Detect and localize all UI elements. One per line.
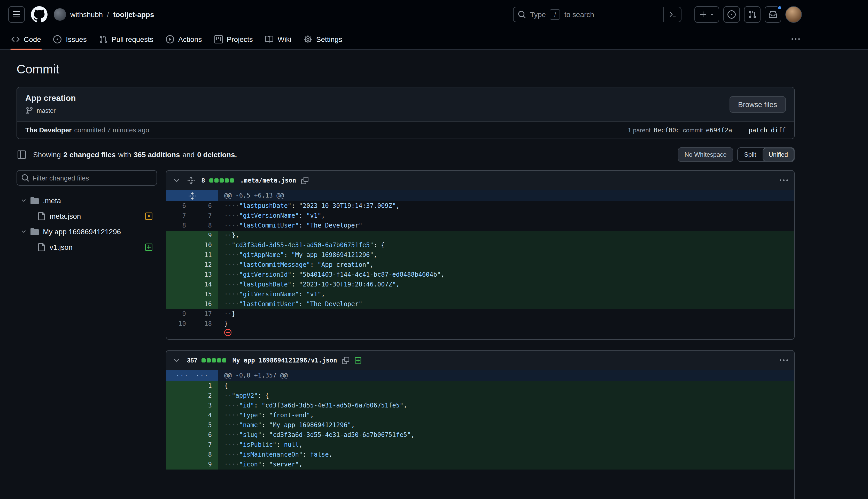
browse-files-button[interactable]: Browse files (729, 96, 786, 112)
old-line-number[interactable]: 7 (166, 211, 192, 221)
unified-view-button[interactable]: Unified (762, 148, 794, 161)
split-view-button[interactable]: Split (738, 148, 763, 161)
old-line-number[interactable] (166, 411, 192, 421)
copy-path-button[interactable] (300, 175, 310, 185)
tree-folder-meta[interactable]: .meta (16, 193, 157, 208)
old-line-number[interactable] (166, 430, 192, 440)
issues-icon (53, 35, 62, 43)
new-line-number[interactable]: 1 (192, 381, 218, 391)
collapse-file-button[interactable] (172, 355, 182, 365)
unfold-icon[interactable] (186, 175, 196, 185)
branch-name[interactable]: master (37, 107, 55, 114)
old-line-number[interactable] (166, 270, 192, 280)
parent-sha-link[interactable]: 0ecf00c (654, 126, 680, 134)
commit-author[interactable]: The Developer (25, 126, 72, 134)
code-line: ····"gitVersionId": "5b401403-f144-4c41-… (218, 270, 794, 280)
old-line-number[interactable] (166, 231, 192, 241)
tab-actions[interactable]: Actions (161, 29, 207, 49)
old-line-number[interactable] (166, 250, 192, 260)
breadcrumb-owner[interactable]: withshubh (70, 10, 103, 19)
old-line-number[interactable]: 9 (166, 309, 192, 319)
new-line-number[interactable]: 2 (192, 391, 218, 401)
tree-file-v1-json[interactable]: v1.json (16, 240, 157, 255)
patch-link[interactable]: patch (749, 126, 767, 134)
old-line-number[interactable] (166, 260, 192, 270)
code-icon (11, 35, 20, 43)
old-line-number[interactable] (166, 401, 192, 411)
new-line-number[interactable]: 7 (192, 440, 218, 450)
owner-avatar[interactable] (54, 8, 66, 21)
hunk-header-text: @@ -6,5 +6,13 @@ (218, 190, 794, 201)
old-line-number[interactable]: 10 (166, 319, 192, 329)
old-line-number[interactable]: 8 (166, 221, 192, 231)
old-line-number[interactable] (166, 290, 192, 300)
new-line-number[interactable]: 5 (192, 421, 218, 430)
new-line-number[interactable]: 13 (192, 270, 218, 280)
diff-line: 12····"lastCommitMessage": "App creation… (166, 260, 794, 270)
tab-pull-requests[interactable]: Pull requests (94, 29, 159, 49)
collapse-file-button[interactable] (172, 175, 182, 185)
diffstat-block (207, 358, 211, 362)
new-line-number[interactable]: 12 (192, 260, 218, 270)
new-line-number[interactable]: 6 (192, 201, 218, 211)
breadcrumb-repo[interactable]: tooljet-apps (113, 10, 154, 19)
tab-issues[interactable]: Issues (48, 29, 92, 49)
diff-link[interactable]: diff (771, 126, 786, 134)
new-line-number[interactable]: 10 (192, 241, 218, 250)
create-new-button[interactable] (694, 6, 719, 23)
tab-settings[interactable]: Settings (299, 29, 348, 49)
expand-hunk-button[interactable] (166, 190, 218, 201)
new-line-number[interactable]: 16 (192, 300, 218, 309)
issues-button[interactable] (723, 6, 740, 23)
new-line-number[interactable]: 6 (192, 430, 218, 440)
diff-line: 2··"appV2": { (166, 391, 794, 401)
hunk-gutter[interactable]: ······ (166, 370, 218, 381)
new-line-number[interactable]: 8 (192, 221, 218, 231)
new-line-number[interactable]: 8 (192, 450, 218, 460)
file-options-button[interactable] (779, 175, 789, 185)
github-logo[interactable] (31, 6, 48, 23)
old-line-number[interactable] (166, 381, 192, 391)
new-line-number[interactable]: 7 (192, 211, 218, 221)
new-line-number[interactable]: 3 (192, 401, 218, 411)
global-search-input[interactable]: Type / to search (513, 7, 681, 22)
old-line-number[interactable] (166, 421, 192, 430)
old-line-number[interactable] (166, 440, 192, 450)
old-line-number[interactable] (166, 280, 192, 290)
file-options-button[interactable] (779, 355, 789, 365)
new-line-number[interactable]: 9 (192, 231, 218, 241)
new-line-number[interactable]: 4 (192, 411, 218, 421)
old-line-number[interactable]: 6 (166, 201, 192, 211)
pull-requests-button[interactable] (744, 6, 760, 23)
file-tree-toggle-button[interactable] (16, 149, 27, 160)
filter-changed-files-input[interactable] (16, 170, 157, 186)
tree-file-meta-json[interactable]: meta.json (16, 208, 157, 224)
old-line-number[interactable] (166, 450, 192, 460)
old-line-number[interactable] (166, 300, 192, 309)
notifications-button[interactable] (765, 6, 781, 23)
new-line-number[interactable]: 18 (192, 319, 218, 329)
file-name: meta.json (50, 212, 81, 220)
diffstat-block (230, 178, 234, 182)
new-line-number[interactable]: 14 (192, 280, 218, 290)
new-line-number[interactable]: 17 (192, 309, 218, 319)
tree-folder-my-app[interactable]: My app 1698694121296 (16, 224, 157, 240)
diff-line: 3····"id": "cd3f3a6d-3d55-4e31-ad50-6a7b… (166, 401, 794, 411)
tab-code[interactable]: Code (6, 29, 46, 49)
no-whitespace-button[interactable]: No Whitespace (678, 147, 733, 162)
global-nav-menu-button[interactable] (8, 6, 25, 23)
command-palette-button[interactable] (663, 7, 681, 22)
old-line-number[interactable] (166, 391, 192, 401)
tab-projects[interactable]: Projects (209, 29, 258, 49)
tab-wiki[interactable]: Wiki (260, 29, 297, 49)
code-line: ····"id": "cd3f3a6d-3d55-4e31-ad50-6a7b0… (218, 401, 794, 411)
profile-avatar[interactable] (785, 6, 802, 23)
old-line-number[interactable] (166, 241, 192, 250)
global-header: withshubh / tooljet-apps Type / to searc… (0, 0, 868, 29)
old-line-number[interactable] (166, 460, 192, 470)
new-line-number[interactable]: 15 (192, 290, 218, 300)
tabs-overflow-button[interactable] (790, 33, 802, 45)
copy-path-button[interactable] (341, 355, 351, 365)
new-line-number[interactable]: 9 (192, 460, 218, 470)
new-line-number[interactable]: 11 (192, 250, 218, 260)
